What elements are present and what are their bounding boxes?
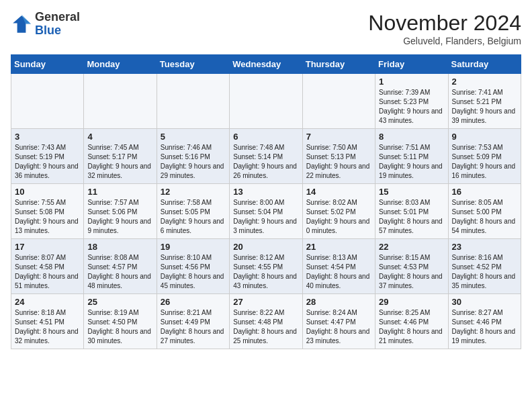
day-cell: 2Sunrise: 7:41 AM Sunset: 5:21 PM Daylig… bbox=[448, 74, 521, 129]
day-cell: 5Sunrise: 7:46 AM Sunset: 5:16 PM Daylig… bbox=[157, 129, 229, 184]
day-number: 7 bbox=[306, 132, 371, 142]
day-number: 17 bbox=[15, 242, 80, 252]
day-info: Sunrise: 7:43 AM Sunset: 5:19 PM Dayligh… bbox=[15, 143, 80, 181]
day-info: Sunrise: 7:51 AM Sunset: 5:11 PM Dayligh… bbox=[379, 143, 444, 181]
day-cell: 21Sunrise: 8:13 AM Sunset: 4:54 PM Dayli… bbox=[302, 239, 375, 294]
day-cell: 8Sunrise: 7:51 AM Sunset: 5:11 PM Daylig… bbox=[375, 129, 448, 184]
day-number: 5 bbox=[161, 132, 226, 142]
day-info: Sunrise: 8:05 AM Sunset: 5:00 PM Dayligh… bbox=[452, 198, 517, 236]
day-number: 21 bbox=[306, 242, 371, 252]
day-cell: 30Sunrise: 8:27 AM Sunset: 4:46 PM Dayli… bbox=[448, 294, 521, 349]
day-info: Sunrise: 8:07 AM Sunset: 4:58 PM Dayligh… bbox=[15, 253, 80, 291]
day-info: Sunrise: 8:25 AM Sunset: 4:46 PM Dayligh… bbox=[379, 308, 444, 346]
logo-line1: General bbox=[35, 11, 80, 24]
day-cell: 23Sunrise: 8:16 AM Sunset: 4:52 PM Dayli… bbox=[448, 239, 521, 294]
day-info: Sunrise: 8:13 AM Sunset: 4:54 PM Dayligh… bbox=[306, 253, 371, 291]
day-number: 12 bbox=[161, 187, 226, 197]
day-number: 24 bbox=[15, 297, 80, 307]
logo: General Blue bbox=[11, 11, 80, 38]
day-number: 8 bbox=[379, 132, 444, 142]
day-info: Sunrise: 7:48 AM Sunset: 5:14 PM Dayligh… bbox=[233, 143, 298, 181]
day-cell: 3Sunrise: 7:43 AM Sunset: 5:19 PM Daylig… bbox=[11, 129, 84, 184]
day-cell: 19Sunrise: 8:10 AM Sunset: 4:56 PM Dayli… bbox=[157, 239, 229, 294]
day-info: Sunrise: 8:21 AM Sunset: 4:49 PM Dayligh… bbox=[161, 308, 226, 346]
calendar-table: SundayMondayTuesdayWednesdayThursdayFrid… bbox=[11, 54, 521, 349]
day-info: Sunrise: 8:19 AM Sunset: 4:50 PM Dayligh… bbox=[87, 308, 152, 346]
day-info: Sunrise: 8:16 AM Sunset: 4:52 PM Dayligh… bbox=[452, 253, 517, 291]
day-number: 6 bbox=[233, 132, 298, 142]
day-number: 15 bbox=[379, 187, 444, 197]
day-cell: 27Sunrise: 8:22 AM Sunset: 4:48 PM Dayli… bbox=[230, 294, 302, 349]
day-cell: 28Sunrise: 8:24 AM Sunset: 4:47 PM Dayli… bbox=[302, 294, 375, 349]
day-number: 10 bbox=[15, 187, 80, 197]
day-info: Sunrise: 7:55 AM Sunset: 5:08 PM Dayligh… bbox=[15, 198, 80, 236]
day-cell: 6Sunrise: 7:48 AM Sunset: 5:14 PM Daylig… bbox=[230, 129, 302, 184]
header: General Blue November 2024 Geluveld, Fla… bbox=[11, 11, 521, 46]
day-cell bbox=[84, 74, 157, 129]
day-info: Sunrise: 8:02 AM Sunset: 5:02 PM Dayligh… bbox=[306, 198, 371, 236]
day-number: 11 bbox=[87, 187, 152, 197]
day-cell: 20Sunrise: 8:12 AM Sunset: 4:55 PM Dayli… bbox=[230, 239, 302, 294]
location: Geluveld, Flanders, Belgium bbox=[368, 36, 521, 46]
day-info: Sunrise: 7:46 AM Sunset: 5:16 PM Dayligh… bbox=[161, 143, 226, 181]
logo-text: General Blue bbox=[35, 11, 80, 38]
day-number: 4 bbox=[87, 132, 152, 142]
day-info: Sunrise: 8:27 AM Sunset: 4:46 PM Dayligh… bbox=[452, 308, 517, 346]
day-info: Sunrise: 8:12 AM Sunset: 4:55 PM Dayligh… bbox=[233, 253, 298, 291]
header-cell-wednesday: Wednesday bbox=[230, 55, 302, 74]
day-cell: 17Sunrise: 8:07 AM Sunset: 4:58 PM Dayli… bbox=[11, 239, 84, 294]
month-title: November 2024 bbox=[368, 11, 521, 36]
day-cell: 11Sunrise: 7:57 AM Sunset: 5:06 PM Dayli… bbox=[84, 184, 157, 239]
day-number: 23 bbox=[452, 242, 517, 252]
calendar-body: 1Sunrise: 7:39 AM Sunset: 5:23 PM Daylig… bbox=[11, 74, 521, 349]
day-number: 30 bbox=[452, 297, 517, 307]
day-cell: 26Sunrise: 8:21 AM Sunset: 4:49 PM Dayli… bbox=[157, 294, 229, 349]
day-info: Sunrise: 7:50 AM Sunset: 5:13 PM Dayligh… bbox=[306, 143, 371, 181]
day-cell: 1Sunrise: 7:39 AM Sunset: 5:23 PM Daylig… bbox=[375, 74, 448, 129]
day-info: Sunrise: 8:22 AM Sunset: 4:48 PM Dayligh… bbox=[233, 308, 298, 346]
day-number: 19 bbox=[161, 242, 226, 252]
day-number: 25 bbox=[87, 297, 152, 307]
day-info: Sunrise: 7:39 AM Sunset: 5:23 PM Dayligh… bbox=[379, 88, 444, 126]
day-cell bbox=[11, 74, 84, 129]
day-info: Sunrise: 7:45 AM Sunset: 5:17 PM Dayligh… bbox=[87, 143, 152, 181]
day-cell: 16Sunrise: 8:05 AM Sunset: 5:00 PM Dayli… bbox=[448, 184, 521, 239]
week-row-0: 1Sunrise: 7:39 AM Sunset: 5:23 PM Daylig… bbox=[11, 74, 521, 129]
day-cell: 9Sunrise: 7:53 AM Sunset: 5:09 PM Daylig… bbox=[448, 129, 521, 184]
day-cell: 24Sunrise: 8:18 AM Sunset: 4:51 PM Dayli… bbox=[11, 294, 84, 349]
day-number: 14 bbox=[306, 187, 371, 197]
day-cell bbox=[230, 74, 302, 129]
week-row-4: 24Sunrise: 8:18 AM Sunset: 4:51 PM Dayli… bbox=[11, 294, 521, 349]
logo-icon bbox=[11, 13, 32, 35]
day-cell: 22Sunrise: 8:15 AM Sunset: 4:53 PM Dayli… bbox=[375, 239, 448, 294]
logo-line2: Blue bbox=[35, 24, 80, 38]
day-info: Sunrise: 7:53 AM Sunset: 5:09 PM Dayligh… bbox=[452, 143, 517, 181]
day-cell: 29Sunrise: 8:25 AM Sunset: 4:46 PM Dayli… bbox=[375, 294, 448, 349]
week-row-2: 10Sunrise: 7:55 AM Sunset: 5:08 PM Dayli… bbox=[11, 184, 521, 239]
day-info: Sunrise: 8:15 AM Sunset: 4:53 PM Dayligh… bbox=[379, 253, 444, 291]
header-cell-friday: Friday bbox=[375, 55, 448, 74]
day-cell: 18Sunrise: 8:08 AM Sunset: 4:57 PM Dayli… bbox=[84, 239, 157, 294]
header-cell-monday: Monday bbox=[84, 55, 157, 74]
header-cell-tuesday: Tuesday bbox=[157, 55, 229, 74]
title-area: November 2024 Geluveld, Flanders, Belgiu… bbox=[368, 11, 521, 46]
day-info: Sunrise: 8:08 AM Sunset: 4:57 PM Dayligh… bbox=[87, 253, 152, 291]
day-number: 13 bbox=[233, 187, 298, 197]
day-info: Sunrise: 7:41 AM Sunset: 5:21 PM Dayligh… bbox=[452, 88, 517, 126]
day-info: Sunrise: 7:57 AM Sunset: 5:06 PM Dayligh… bbox=[87, 198, 152, 236]
day-info: Sunrise: 7:58 AM Sunset: 5:05 PM Dayligh… bbox=[161, 198, 226, 236]
header-cell-thursday: Thursday bbox=[302, 55, 375, 74]
day-info: Sunrise: 8:00 AM Sunset: 5:04 PM Dayligh… bbox=[233, 198, 298, 236]
day-cell: 7Sunrise: 7:50 AM Sunset: 5:13 PM Daylig… bbox=[302, 129, 375, 184]
day-cell: 13Sunrise: 8:00 AM Sunset: 5:04 PM Dayli… bbox=[230, 184, 302, 239]
header-cell-saturday: Saturday bbox=[448, 55, 521, 74]
day-info: Sunrise: 8:18 AM Sunset: 4:51 PM Dayligh… bbox=[15, 308, 80, 346]
day-cell bbox=[157, 74, 229, 129]
day-number: 27 bbox=[233, 297, 298, 307]
day-number: 20 bbox=[233, 242, 298, 252]
day-cell: 4Sunrise: 7:45 AM Sunset: 5:17 PM Daylig… bbox=[84, 129, 157, 184]
day-info: Sunrise: 8:03 AM Sunset: 5:01 PM Dayligh… bbox=[379, 198, 444, 236]
day-info: Sunrise: 8:10 AM Sunset: 4:56 PM Dayligh… bbox=[161, 253, 226, 291]
day-number: 22 bbox=[379, 242, 444, 252]
day-number: 9 bbox=[452, 132, 517, 142]
